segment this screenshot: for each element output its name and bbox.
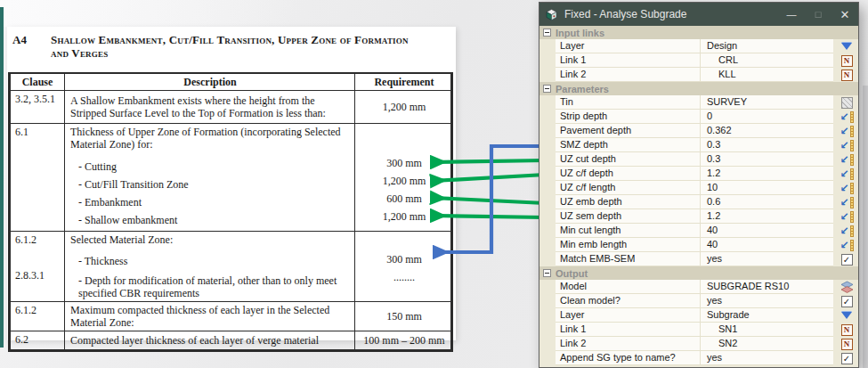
measure-icon[interactable]: ↙ (840, 111, 853, 123)
measure-icon[interactable]: ↙ (840, 140, 853, 151)
row-gutter (539, 209, 556, 224)
param-label: Tin (556, 95, 700, 110)
measure-icon[interactable]: ↙ (840, 168, 853, 180)
requirement-cell: 300 mm1,200 mm600 mm1,200 mm (354, 124, 452, 231)
tin-icon[interactable] (841, 97, 853, 109)
param-row-strip-depth: Strip depth0↙ (539, 110, 858, 124)
name-n-icon[interactable]: N (841, 339, 853, 350)
table-row: 6.1.22.8.3.1Selected Material Zone:- Thi… (11, 231, 450, 301)
section-header-input-links[interactable]: Input links (539, 26, 858, 39)
description-cell: Selected Material Zone:- Thickness- Dept… (64, 232, 354, 301)
background-window-edge (863, 86, 868, 368)
table-row: 6.1Thickness of Upper Zone of Formation … (11, 123, 450, 231)
param-icon-cell (833, 95, 860, 110)
row-gutter (539, 224, 556, 238)
description-text: Selected Material Zone: (70, 233, 350, 251)
collapse-icon[interactable] (543, 269, 551, 277)
measure-icon[interactable]: ↙ (840, 154, 853, 166)
layer-dropdown-icon[interactable] (841, 312, 852, 319)
minimize-button[interactable]: — (778, 3, 805, 26)
model-layers-icon[interactable] (840, 281, 854, 294)
screenshot-stage: A4 Shallow Embankment, Cut/Fill Transiti… (0, 0, 868, 368)
param-value[interactable]: yes (700, 294, 833, 308)
param-value[interactable]: yes (700, 351, 833, 365)
dialog-title: Fixed - Analyse Subgrade (564, 8, 778, 20)
param-icon-cell: ↙ (833, 167, 860, 181)
checkbox-checked-icon[interactable]: ✓ (841, 353, 853, 364)
measure-icon[interactable]: ↙ (840, 197, 853, 209)
param-value[interactable]: 0 (700, 110, 833, 124)
param-value[interactable]: SN1 (700, 323, 833, 337)
param-value[interactable]: SURVEY (700, 95, 833, 110)
param-value[interactable]: 0.3 (700, 152, 833, 167)
checkbox-checked-icon[interactable]: ✓ (841, 296, 853, 307)
table-row: 3.2, 3.5.1A Shallow Embankment exists wh… (11, 90, 450, 123)
param-label: UZ c/f length (556, 181, 700, 195)
param-value[interactable]: 40 (700, 238, 833, 252)
measure-icon[interactable]: ↙ (840, 225, 853, 237)
param-row-append-sg-type-to-name-: Append SG type to name?yes✓ (539, 351, 858, 365)
param-value[interactable]: 0.3 (700, 138, 833, 152)
param-value[interactable]: SUBGRADE RS10 (700, 280, 833, 294)
param-icon-cell: ↙ (833, 238, 860, 252)
param-icon-cell: ↙ (833, 110, 860, 124)
description-cell: Thickness of Upper Zone of Formation (in… (64, 124, 354, 231)
param-label: Link 2 (556, 68, 700, 82)
param-value[interactable]: 40 (700, 224, 833, 238)
description-cell: Maximum compacted thickness of each laye… (64, 302, 354, 331)
param-icon-cell: ↙ (833, 209, 860, 224)
param-value[interactable]: 10 (700, 181, 833, 195)
layer-dropdown-icon[interactable] (841, 43, 852, 50)
param-value[interactable]: 0.362 (700, 124, 833, 138)
param-row-link-2: Link 2KLLN (539, 68, 858, 82)
maximize-button[interactable]: □ (805, 3, 831, 26)
param-value[interactable]: yes (700, 252, 833, 266)
param-row-clean-model-: Clean model?yes✓ (539, 294, 858, 308)
param-icon-cell: N (833, 323, 860, 337)
param-icon-cell: N (833, 53, 860, 68)
section-header-parameters[interactable]: Parameters (539, 82, 858, 95)
row-gutter (539, 195, 556, 209)
param-value[interactable]: Design (700, 39, 833, 53)
close-button[interactable]: ✕ (831, 3, 858, 26)
measure-icon[interactable]: ↙ (840, 240, 853, 251)
param-row-min-emb-length: Min emb length40↙ (539, 238, 858, 252)
measure-icon[interactable]: ↙ (840, 183, 853, 194)
name-n-icon[interactable]: N (841, 324, 853, 336)
collapse-icon[interactable] (543, 85, 551, 93)
param-row-match-emb-sem: Match EMB-SEMyes✓ (539, 252, 858, 266)
section-header-output[interactable]: Output (539, 266, 858, 280)
param-label: Min cut length (556, 224, 700, 238)
param-value[interactable]: SN2 (700, 337, 833, 351)
section-label: Output (556, 268, 588, 279)
param-icon-cell: ✓ (833, 252, 860, 266)
collapse-icon[interactable] (543, 29, 551, 37)
measure-icon[interactable]: ↙ (840, 126, 853, 137)
row-gutter (539, 53, 556, 68)
param-value[interactable]: Subgrade (700, 308, 833, 323)
measure-icon[interactable]: ↙ (840, 211, 853, 223)
param-label: Layer (556, 39, 700, 53)
name-n-icon[interactable]: N (841, 70, 853, 81)
param-icon-cell: ↙ (833, 124, 860, 138)
param-label: UZ sem depth (556, 209, 700, 224)
clause-cell: 6.1 (11, 124, 64, 231)
requirement-value: 1,200 mm (361, 172, 448, 190)
param-row-uz-emb-depth: UZ emb depth0.6↙ (539, 195, 858, 209)
param-value[interactable]: KLL (700, 68, 833, 82)
param-icon-cell: ↙ (833, 181, 860, 195)
param-value[interactable]: CRL (700, 53, 833, 68)
dialog-titlebar[interactable]: Fixed - Analyse Subgrade — □ ✕ (539, 3, 858, 26)
table-row: 6.1.2Maximum compacted thickness of each… (11, 301, 450, 331)
param-icon-cell: ✓ (833, 351, 860, 365)
row-gutter (539, 280, 556, 294)
param-row-uz-c-f-length: UZ c/f length10↙ (539, 181, 858, 195)
param-label: Link 1 (556, 323, 700, 337)
checkbox-checked-icon[interactable]: ✓ (841, 254, 853, 266)
param-value[interactable]: 1.2 (700, 209, 833, 224)
param-value[interactable]: 1.2 (700, 167, 833, 181)
description-item: - Cut/Fill Transition Zone (70, 176, 350, 193)
name-n-icon[interactable]: N (841, 55, 853, 67)
param-value[interactable]: 0.6 (700, 195, 833, 209)
param-label: Match EMB-SEM (556, 252, 700, 266)
